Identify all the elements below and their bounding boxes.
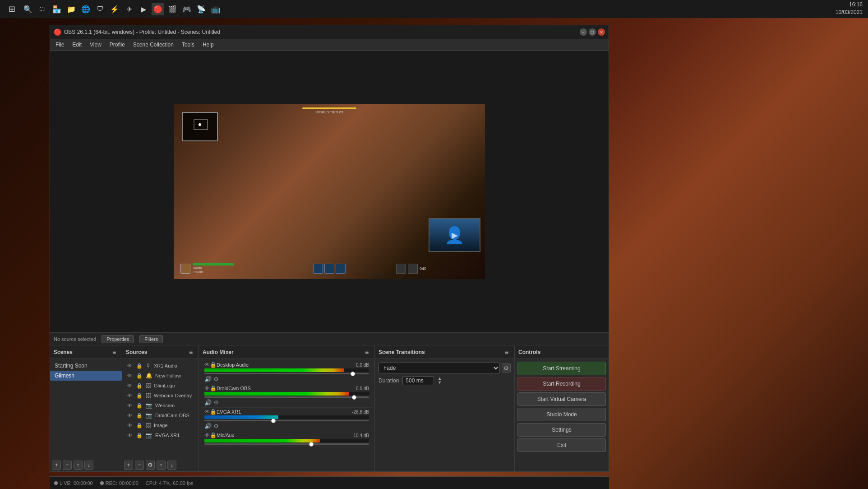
evga-lock[interactable]: 🔒 — [210, 409, 217, 415]
source-lock-glimlogo[interactable]: 🔒 — [136, 382, 143, 389]
source-lock-image[interactable]: 🔒 — [136, 422, 143, 429]
source-vis-webcam-overlay[interactable]: 👁 — [126, 392, 133, 399]
defender-icon[interactable]: 🛡 — [94, 3, 106, 15]
store-icon[interactable]: 🏪 — [51, 3, 63, 15]
evga-gear[interactable]: ⚙ — [213, 423, 219, 429]
menu-file[interactable]: File — [52, 41, 68, 49]
mic-vis[interactable]: 👁 — [204, 432, 210, 438]
properties-button[interactable]: Properties — [102, 335, 134, 343]
source-new-follow[interactable]: 👁 🔒 🔔 New Follow — [122, 371, 199, 381]
source-glimlogo[interactable]: 👁 🔒 🖼 GlimLogo — [122, 381, 199, 391]
transitions-collapse-icon[interactable]: ≡ — [503, 348, 511, 356]
filters-button[interactable]: Filters — [139, 335, 163, 343]
browser-icon[interactable]: 🌐 — [79, 3, 92, 15]
droidcam-slider[interactable] — [204, 396, 369, 398]
start-recording-button[interactable]: Start Recording — [517, 377, 606, 391]
exit-button[interactable]: Exit — [517, 438, 606, 452]
menu-scene-collection[interactable]: Scene Collection — [129, 41, 177, 49]
desktop-audio-vis[interactable]: 👁 — [204, 362, 210, 368]
duration-input[interactable] — [402, 376, 434, 385]
source-remove-button[interactable]: − — [135, 461, 144, 470]
sources-collapse-icon[interactable]: ≡ — [187, 348, 195, 356]
evga-mute[interactable]: 🔊 — [204, 423, 212, 429]
app2-icon[interactable]: 🎮 — [180, 3, 193, 15]
scene-item-starting-soon[interactable]: Starting Soon — [50, 361, 122, 371]
mic-slider[interactable] — [204, 443, 369, 445]
source-vis-image[interactable]: 👁 — [126, 422, 133, 429]
task-view-icon[interactable]: 🗂 — [36, 3, 49, 15]
droidcam-gear[interactable]: ⚙ — [213, 399, 219, 406]
vlc-icon[interactable]: 🎬 — [166, 3, 179, 15]
maximize-button[interactable]: □ — [589, 28, 596, 36]
start-button[interactable]: ⊞ — [4, 1, 20, 17]
audio-mixer-collapse-icon[interactable]: ≡ — [363, 348, 371, 356]
source-lock-evga[interactable]: 🔒 — [136, 432, 143, 439]
scene-remove-button[interactable]: − — [63, 461, 72, 470]
app3-icon[interactable]: 📡 — [195, 3, 208, 15]
mic-thumb[interactable] — [309, 442, 314, 447]
desktop-audio-thumb[interactable] — [351, 372, 355, 376]
droidcam-mute[interactable]: 🔊 — [204, 399, 212, 406]
droidcam-thumb[interactable] — [352, 395, 356, 400]
menu-view[interactable]: View — [86, 41, 105, 49]
app4-icon[interactable]: 📺 — [209, 3, 222, 15]
mic-lock[interactable]: 🔒 — [210, 432, 217, 438]
scene-item-glimesh[interactable]: Glimesh — [50, 371, 122, 381]
source-vis-evga[interactable]: 👁 — [126, 432, 133, 439]
minimap-svg — [183, 113, 217, 140]
minimize-button[interactable]: − — [580, 28, 587, 36]
transition-select[interactable]: Fade Cut Swipe Slide Stinger Luma Wipe — [379, 363, 500, 373]
close-button[interactable]: ✕ — [598, 28, 605, 36]
evga-thumb[interactable] — [271, 419, 276, 423]
source-vis-webcam[interactable]: 👁 — [126, 402, 133, 409]
duration-down-arrow[interactable]: ▼ — [438, 381, 442, 385]
source-add-button[interactable]: + — [124, 461, 133, 470]
source-vis-droidcam[interactable]: 👁 — [126, 412, 133, 419]
menu-tools[interactable]: Tools — [178, 41, 198, 49]
start-virtual-camera-button[interactable]: Start Virtual Camera — [517, 392, 606, 406]
source-lock-follow[interactable]: 🔒 — [136, 372, 143, 379]
source-icon-image: 🖼 — [146, 422, 151, 428]
scene-down-button[interactable]: ↓ — [84, 461, 93, 470]
source-vis-glimlogo[interactable]: 👁 — [126, 382, 133, 389]
source-vis-xr1[interactable]: 👁 — [126, 362, 133, 369]
source-lock-webcam-overlay[interactable]: 🔒 — [136, 392, 143, 399]
obs-taskbar-icon[interactable]: 🔴 — [152, 3, 164, 15]
desktop-audio-slider[interactable] — [204, 373, 369, 374]
source-droidcam[interactable]: 👁 🔒 📷 DroidCam OBS — [122, 410, 199, 420]
source-lock-webcam[interactable]: 🔒 — [136, 402, 143, 409]
evga-slider[interactable] — [204, 420, 369, 421]
desktop-audio-mute[interactable]: 🔊 — [204, 376, 212, 382]
droidcam-vis[interactable]: 👁 — [204, 385, 210, 391]
telegram-icon[interactable]: ✈ — [123, 3, 135, 15]
cmd-icon[interactable]: ▶ — [137, 3, 150, 15]
settings-button[interactable]: Settings — [517, 423, 606, 437]
desktop-audio-lock[interactable]: 🔒 — [210, 362, 217, 368]
scenes-collapse-icon[interactable]: ≡ — [110, 348, 118, 356]
source-lock-droidcam[interactable]: 🔒 — [136, 412, 143, 419]
evga-vis[interactable]: 👁 — [204, 409, 210, 415]
menu-profile[interactable]: Profile — [106, 41, 129, 49]
menu-edit[interactable]: Edit — [69, 41, 85, 49]
start-streaming-button[interactable]: Start Streaming — [517, 362, 606, 375]
scene-add-button[interactable]: + — [52, 461, 61, 470]
source-webcam[interactable]: 👁 🔒 📷 Webcam — [122, 401, 199, 410]
folder-icon[interactable]: 📁 — [65, 3, 78, 15]
source-down-button[interactable]: ↓ — [167, 461, 176, 470]
source-vis-follow[interactable]: 👁 — [126, 372, 133, 379]
source-up-button[interactable]: ↑ — [157, 461, 166, 470]
search-button[interactable]: 🔍 — [22, 3, 34, 15]
transition-gear-button[interactable]: ⚙ — [502, 363, 511, 373]
droidcam-lock[interactable]: 🔒 — [210, 385, 217, 391]
source-xr1-audio[interactable]: 👁 🔒 🎙 XR1 Audio — [122, 361, 199, 371]
desktop-audio-gear[interactable]: ⚙ — [213, 376, 219, 382]
source-lock-xr1[interactable]: 🔒 — [136, 362, 143, 369]
app1-icon[interactable]: ⚡ — [108, 3, 121, 15]
menu-help[interactable]: Help — [199, 41, 217, 49]
source-image[interactable]: 👁 🔒 🖼 Image — [122, 420, 199, 430]
source-webcam-overlay[interactable]: 👁 🔒 🖼 Webcam Overlay — [122, 391, 199, 401]
source-evga[interactable]: 👁 🔒 📷 EVGA XR1 — [122, 430, 199, 440]
scene-up-button[interactable]: ↑ — [74, 461, 83, 470]
studio-mode-button[interactable]: Studio Mode — [517, 408, 606, 421]
source-settings-button[interactable]: ⚙ — [146, 461, 155, 470]
